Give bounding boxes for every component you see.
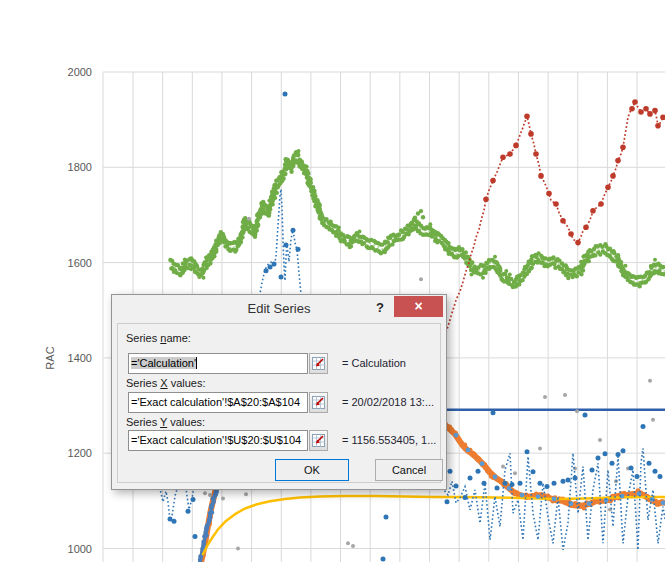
series-x-input[interactable]: ='Exact calculation'!$A$20:$A$104 <box>128 392 308 413</box>
svg-text:1000: 1000 <box>68 543 92 555</box>
range-picker-icon <box>312 396 325 409</box>
range-picker-icon <box>312 357 325 370</box>
red-dotted-markers <box>443 99 665 340</box>
series-x-label: Series X values: <box>126 377 206 389</box>
edit-series-dialog: Edit Series ? × Series name: ='Calculati… <box>111 294 447 490</box>
y-axis-title: RAC <box>44 346 56 369</box>
range-picker-icon <box>312 434 325 447</box>
series-x-range-picker-button[interactable] <box>309 392 328 413</box>
series-y-input[interactable]: ='Exact calculation'!$U$20:$U$104 <box>128 430 308 451</box>
svg-text:1200: 1200 <box>68 447 92 459</box>
ok-button[interactable]: OK <box>275 459 349 481</box>
series-y-range-picker-button[interactable] <box>309 430 328 451</box>
svg-text:1800: 1800 <box>68 161 92 173</box>
series-name-label: Series name: <box>126 332 191 344</box>
dialog-content-frame: Series name: ='Calculation' = Calculatio… <box>117 323 441 483</box>
gold-curve <box>203 496 665 554</box>
y-axis-labels: 100012001400160018002000RAC <box>44 66 92 555</box>
help-icon[interactable]: ? <box>371 298 389 317</box>
series-y-preview: = 1156.553405, 1... <box>342 430 436 451</box>
cancel-button[interactable]: Cancel <box>375 459 443 481</box>
svg-text:1600: 1600 <box>68 257 92 269</box>
series-name-input[interactable]: ='Calculation' <box>128 353 308 374</box>
close-icon[interactable]: × <box>394 296 443 317</box>
svg-text:2000: 2000 <box>68 66 92 78</box>
series-x-preview: = 20/02/2018 13:... <box>342 392 434 413</box>
series-y-label: Series Y values: <box>126 416 205 428</box>
series-name-range-picker-button[interactable] <box>309 353 328 374</box>
dialog-titlebar[interactable]: Edit Series ? × <box>112 295 446 321</box>
text-caret <box>196 357 197 369</box>
svg-text:1400: 1400 <box>68 352 92 364</box>
series-name-preview: = Calculation <box>342 353 406 374</box>
